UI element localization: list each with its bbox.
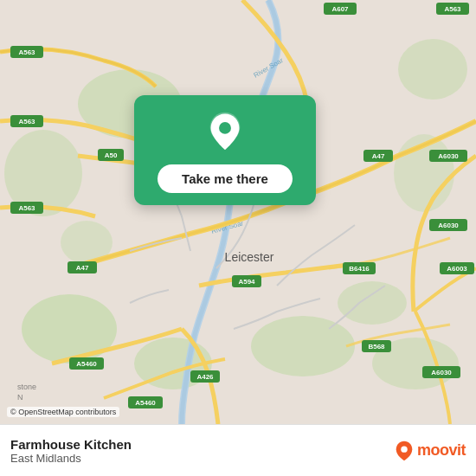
svg-text:A6030: A6030 [438, 222, 459, 229]
svg-text:N: N [17, 393, 23, 402]
svg-point-3 [251, 316, 355, 376]
svg-point-56 [401, 446, 407, 452]
svg-text:A50: A50 [105, 151, 118, 159]
svg-point-4 [338, 281, 407, 325]
svg-text:A607: A607 [331, 5, 349, 13]
location-card: Take me there [134, 95, 316, 205]
svg-text:A6030: A6030 [431, 369, 452, 376]
moovit-logo-text: moovit [417, 441, 466, 460]
svg-text:A6030: A6030 [438, 152, 459, 160]
moovit-logo: moovit [395, 440, 466, 462]
svg-point-55 [219, 122, 231, 134]
svg-text:A426: A426 [196, 373, 214, 381]
svg-text:A563: A563 [18, 48, 35, 56]
location-pin-icon [203, 111, 248, 156]
svg-text:stone: stone [17, 383, 36, 391]
svg-text:A5460: A5460 [135, 399, 156, 407]
svg-point-1 [22, 294, 117, 363]
svg-text:B568: B568 [368, 343, 385, 351]
place-info: Farmhouse Kitchen East Midlands [10, 437, 132, 465]
svg-text:A6003: A6003 [447, 265, 467, 273]
map-background: River Soar River Soar [0, 0, 476, 424]
svg-text:A594: A594 [238, 278, 255, 286]
svg-text:A47: A47 [76, 264, 89, 272]
svg-point-8 [398, 39, 467, 100]
svg-text:A563: A563 [444, 5, 461, 13]
moovit-pin-icon [395, 440, 414, 462]
place-name: Farmhouse Kitchen [10, 437, 132, 452]
svg-text:A47: A47 [372, 152, 385, 160]
svg-text:A563: A563 [18, 118, 35, 125]
svg-text:B6416: B6416 [349, 265, 370, 273]
take-me-there-button[interactable]: Take me there [158, 164, 293, 193]
place-region: East Midlands [10, 452, 132, 465]
map-container: River Soar River Soar [0, 0, 476, 424]
osm-attribution: © OpenStreetMap contributors [7, 407, 119, 417]
svg-text:A563: A563 [18, 204, 35, 212]
svg-text:Leicester: Leicester [225, 250, 274, 264]
svg-text:A5460: A5460 [76, 360, 97, 368]
bottom-bar: Farmhouse Kitchen East Midlands moovit [0, 424, 476, 476]
